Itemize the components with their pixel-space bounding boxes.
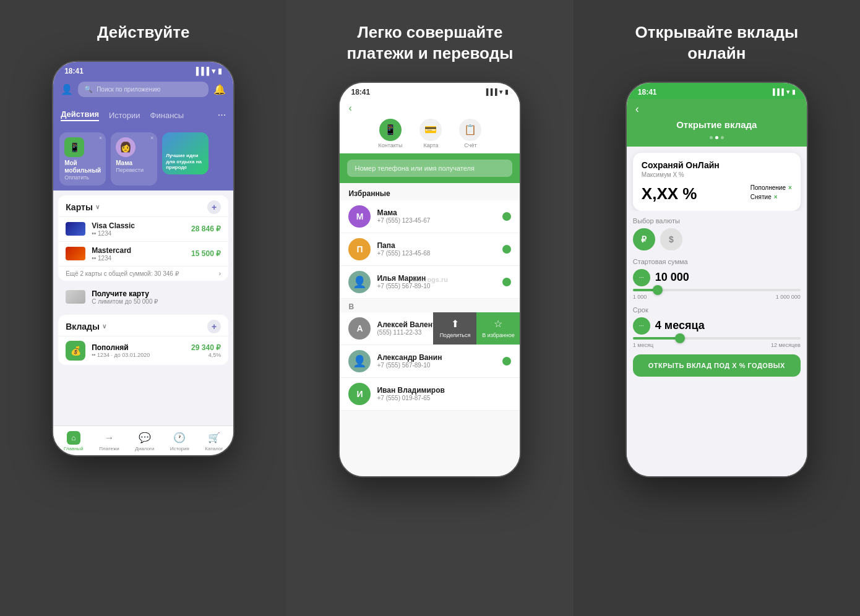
action-tiles: × 📱 Моймобильный Оплатить × 👩 Мама Перев… xyxy=(53,126,233,190)
amount-max: 1 000 000 xyxy=(776,294,801,300)
more-cards[interactable]: Ещё 2 карты с общей суммой: 30 346 ₽ › xyxy=(58,266,228,281)
contact-ivan[interactable]: И Иван Владимиров +7 (555) 019-87-65 xyxy=(340,378,520,411)
back-btn-3[interactable]: ‹ xyxy=(635,103,639,116)
phone2-header: ‹ 📱 Контакты 💳 Карта 📋 Счёт xyxy=(340,99,520,153)
contact-alexey[interactable]: А Алексей Валентинов (555) 111-22-33 ⬆ П… xyxy=(340,312,520,345)
status-icons-2: ▐▐▐ ▾ ▮ xyxy=(484,88,509,95)
term-value: 4 месяца xyxy=(655,319,705,332)
phone-2: 18:41 ▐▐▐ ▾ ▮ ‹ 📱 Контакты xyxy=(338,82,521,477)
nav-main[interactable]: ⌂ Главный xyxy=(64,431,84,451)
option-replenish-x[interactable]: × xyxy=(788,184,792,191)
nav-history[interactable]: 🕐 История xyxy=(170,431,189,451)
nav-catalog[interactable]: 🛒 Каталог xyxy=(205,431,223,451)
tile-mom-close[interactable]: × xyxy=(150,135,153,141)
transfer-search[interactable]: Номер телефона или имя получателя xyxy=(347,160,512,177)
term-slider[interactable] xyxy=(633,337,801,340)
wifi-icon-2: ▾ xyxy=(499,88,502,95)
get-card[interactable]: Получите карту С лимитом до 50 000 ₽ xyxy=(58,283,228,311)
tab-account[interactable]: 📋 Счёт xyxy=(459,119,481,148)
term-label: Срок xyxy=(633,306,801,314)
back-button[interactable]: ‹ xyxy=(348,103,351,113)
nav-payments[interactable]: → Платежи xyxy=(99,431,119,451)
nav-history-icon: 🕐 xyxy=(173,431,186,445)
deposit-rate-row: X,XX % Пополнение × Снятие × xyxy=(642,184,792,203)
contact-ilya[interactable]: 👤 Илья Маркин +7 (555) 567-89-10 xyxy=(340,266,520,299)
time-1: 18:41 xyxy=(64,67,84,75)
ivan-avatar: И xyxy=(348,383,371,405)
contact-mama[interactable]: М Мама +7 (555) 123-45-67 xyxy=(340,200,520,233)
dot-2 xyxy=(715,136,718,139)
deposit-product-subtitle: Максимум X % xyxy=(642,171,792,178)
amount-thumb[interactable] xyxy=(653,285,663,295)
dot-3 xyxy=(721,136,724,139)
nav-main-icon: ⌂ xyxy=(67,431,80,445)
tab-actions[interactable]: Действия xyxy=(61,109,99,121)
get-card-name: Получите карту xyxy=(92,289,158,298)
search-bar[interactable]: 🔍 Поиск по приложению xyxy=(78,82,209,97)
card-visa[interactable]: Visa Classic •• 1234 28 846 ₽ xyxy=(58,216,228,241)
deposit-product-card: Сохраняй ОнЛайн Максимум X % X,XX % Попо… xyxy=(633,153,801,211)
tile-mom-title: Мама xyxy=(116,160,152,167)
mastercard-amount: 15 500 ₽ xyxy=(191,249,221,258)
get-card-icon xyxy=(66,290,85,304)
deposits-section: Вклады ∨ + 💰 Пополняй •• 1234 · до 03.01… xyxy=(58,315,228,365)
share-icon: ⬆ xyxy=(451,318,459,330)
tab-card[interactable]: 💳 Карта xyxy=(419,119,442,148)
alexey-avatar: А xyxy=(348,317,371,340)
account-tab-label: Счёт xyxy=(464,142,476,148)
chat-icon: 💬 xyxy=(139,432,151,443)
add-deposit-btn[interactable]: + xyxy=(207,320,221,333)
alexander-name: Александр Ванин xyxy=(377,353,496,362)
deposit-form: Выбор валюты ₽ $ Стартовая сумма ··· 10 … xyxy=(627,211,807,476)
tab-history[interactable]: Истории xyxy=(109,111,140,120)
tile-mom[interactable]: × 👩 Мама Перевести xyxy=(111,132,157,186)
contact-alexander[interactable]: 👤 Александр Ванин +7 (555) 567-89-10 xyxy=(340,345,520,378)
deposits-chevron: ∨ xyxy=(102,323,106,330)
more-dots[interactable]: ··· xyxy=(218,109,226,121)
add-card-btn[interactable]: + xyxy=(207,200,221,214)
term-track xyxy=(633,337,801,340)
deposit-options: Пополнение × Снятие × xyxy=(750,184,792,200)
cta-button[interactable]: ОТКРЫТЬ ВКЛАД ПОД X % ГОДОВЫХ xyxy=(633,354,801,377)
tile-mom-action: Перевести xyxy=(116,167,152,173)
nav-dialogs[interactable]: 💬 Диалоги xyxy=(135,431,154,451)
tile-mobile-action: Оплатить xyxy=(64,174,101,181)
tile-mobile[interactable]: × 📱 Моймобильный Оплатить xyxy=(59,132,106,186)
deposit-popolnyay[interactable]: 💰 Пополняй •• 1234 · до 03.01.2020 29 34… xyxy=(58,336,228,365)
nav-history-label: История xyxy=(170,446,189,451)
section-3-title: Открывайте вкладыонлайн xyxy=(635,22,799,64)
cta-label: ОТКРЫТЬ ВКЛАД ПОД X % ГОДОВЫХ xyxy=(648,362,785,369)
currency-row: ₽ $ xyxy=(633,228,801,250)
favorites-label: Избранные xyxy=(340,183,520,200)
tile-nature[interactable]: Лучшие идеи для отдыха на природе xyxy=(162,132,209,174)
time-2: 18:41 xyxy=(351,88,370,96)
contact-papa[interactable]: П Папа +7 (555) 123-45-68 xyxy=(340,233,520,266)
cards-title: Карты ∨ xyxy=(66,202,100,212)
option-withdraw-x[interactable]: × xyxy=(774,194,778,200)
tile-mobile-close[interactable]: × xyxy=(99,135,102,141)
app-container: Действуйте 18:41 ▐▐▐ ▾ ▮ 👤 xyxy=(0,0,860,616)
deposit-percent: 4,5% xyxy=(191,352,221,358)
swipe-fav-btn[interactable]: ☆ В избранное xyxy=(476,312,520,344)
transfer-input-area: Номер телефона или имя получателя xyxy=(340,153,520,183)
tab-finance[interactable]: Финансы xyxy=(150,111,184,120)
term-row: ··· 4 месяца xyxy=(633,317,801,335)
more-cards-text: Ещё 2 карты с общей суммой: 30 346 ₽ xyxy=(66,270,178,277)
cards-header: Карты ∨ + xyxy=(58,195,228,216)
nav-dialogs-label: Диалоги xyxy=(135,446,154,451)
visa-name: Visa Classic xyxy=(92,221,185,230)
term-thumb[interactable] xyxy=(675,333,685,343)
mastercard-number: •• 1234 xyxy=(92,255,185,262)
tab-contacts[interactable]: 📱 Контакты xyxy=(379,119,403,148)
deposits-title: Вклады ∨ xyxy=(66,322,106,332)
nav-payments-label: Платежи xyxy=(99,446,119,451)
tile-nature-text: Лучшие идеи для отдыха на природе xyxy=(166,153,205,171)
currency-rub[interactable]: ₽ xyxy=(633,228,655,250)
term-icon: ··· xyxy=(633,317,650,335)
status-bar-2: 18:41 ▐▐▐ ▾ ▮ xyxy=(340,83,520,99)
amount-slider[interactable] xyxy=(633,289,801,291)
phone-1-screen: 18:41 ▐▐▐ ▾ ▮ 👤 🔍 Поиск по приложению xyxy=(53,62,233,455)
swipe-share-btn[interactable]: ⬆ Поделиться xyxy=(433,312,476,344)
currency-usd[interactable]: $ xyxy=(660,228,682,250)
card-mastercard[interactable]: Mastercard •• 1234 15 500 ₽ xyxy=(58,241,228,266)
